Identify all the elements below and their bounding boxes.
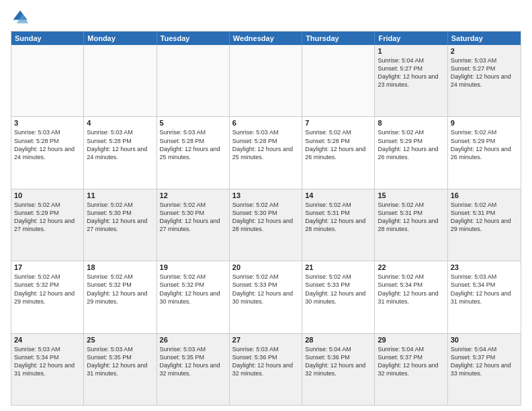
page: SundayMondayTuesdayWednesdayThursdayFrid… bbox=[0, 0, 532, 411]
calendar-cell: 22 Sunrise: 5:02 AMSunset: 5:34 PMDaylig… bbox=[375, 261, 447, 332]
calendar-cell: 5 Sunrise: 5:03 AMSunset: 5:28 PMDayligh… bbox=[157, 117, 230, 188]
day-number: 4 bbox=[87, 119, 153, 127]
day-info: Sunrise: 5:02 AMSunset: 5:31 PMDaylight:… bbox=[451, 201, 518, 234]
calendar-cell: 25 Sunrise: 5:03 AMSunset: 5:35 PMDaylig… bbox=[84, 334, 157, 405]
calendar-cell: 9 Sunrise: 5:02 AMSunset: 5:29 PMDayligh… bbox=[448, 117, 521, 188]
day-number: 25 bbox=[87, 336, 153, 344]
logo bbox=[11, 8, 32, 27]
calendar-cell bbox=[230, 45, 302, 116]
day-info: Sunrise: 5:03 AMSunset: 5:35 PMDaylight:… bbox=[87, 345, 153, 378]
calendar-cell: 15 Sunrise: 5:02 AMSunset: 5:31 PMDaylig… bbox=[375, 189, 447, 261]
day-number: 7 bbox=[305, 119, 371, 127]
calendar-cell: 13 Sunrise: 5:02 AMSunset: 5:30 PMDaylig… bbox=[230, 189, 302, 261]
calendar-cell bbox=[11, 45, 84, 116]
calendar-cell: 20 Sunrise: 5:02 AMSunset: 5:33 PMDaylig… bbox=[230, 261, 302, 332]
day-info: Sunrise: 5:03 AMSunset: 5:35 PMDaylight:… bbox=[160, 345, 226, 378]
calendar-cell: 6 Sunrise: 5:03 AMSunset: 5:28 PMDayligh… bbox=[230, 117, 302, 188]
calendar-cell: 21 Sunrise: 5:02 AMSunset: 5:33 PMDaylig… bbox=[302, 261, 375, 332]
day-info: Sunrise: 5:04 AMSunset: 5:37 PMDaylight:… bbox=[378, 345, 444, 378]
day-info: Sunrise: 5:04 AMSunset: 5:37 PMDaylight:… bbox=[451, 345, 518, 378]
day-info: Sunrise: 5:04 AMSunset: 5:36 PMDaylight:… bbox=[305, 345, 371, 378]
weekday-header: Thursday bbox=[302, 32, 375, 45]
day-number: 12 bbox=[160, 191, 226, 199]
day-info: Sunrise: 5:02 AMSunset: 5:29 PMDaylight:… bbox=[451, 128, 518, 161]
day-number: 14 bbox=[305, 191, 371, 199]
day-info: Sunrise: 5:03 AMSunset: 5:34 PMDaylight:… bbox=[14, 345, 81, 378]
day-info: Sunrise: 5:02 AMSunset: 5:32 PMDaylight:… bbox=[14, 273, 81, 306]
day-number: 6 bbox=[232, 119, 299, 127]
day-info: Sunrise: 5:02 AMSunset: 5:30 PMDaylight:… bbox=[232, 201, 299, 234]
calendar-row: 17 Sunrise: 5:02 AMSunset: 5:32 PMDaylig… bbox=[11, 261, 521, 332]
day-number: 28 bbox=[305, 336, 371, 344]
calendar-cell bbox=[302, 45, 375, 116]
calendar-cell: 27 Sunrise: 5:03 AMSunset: 5:36 PMDaylig… bbox=[230, 334, 302, 405]
day-number: 10 bbox=[14, 191, 81, 199]
day-info: Sunrise: 5:02 AMSunset: 5:29 PMDaylight:… bbox=[14, 201, 81, 234]
day-number: 27 bbox=[232, 336, 299, 344]
calendar-header: SundayMondayTuesdayWednesdayThursdayFrid… bbox=[11, 32, 521, 45]
day-info: Sunrise: 5:02 AMSunset: 5:29 PMDaylight:… bbox=[378, 128, 444, 161]
calendar-cell: 12 Sunrise: 5:02 AMSunset: 5:30 PMDaylig… bbox=[157, 189, 230, 261]
calendar-cell: 4 Sunrise: 5:03 AMSunset: 5:28 PMDayligh… bbox=[84, 117, 157, 188]
logo-icon bbox=[11, 8, 30, 27]
calendar-cell: 17 Sunrise: 5:02 AMSunset: 5:32 PMDaylig… bbox=[11, 261, 84, 332]
day-number: 18 bbox=[87, 263, 153, 271]
day-number: 13 bbox=[232, 191, 299, 199]
day-info: Sunrise: 5:02 AMSunset: 5:31 PMDaylight:… bbox=[378, 201, 444, 234]
day-info: Sunrise: 5:04 AMSunset: 5:27 PMDaylight:… bbox=[378, 56, 444, 89]
calendar-cell: 24 Sunrise: 5:03 AMSunset: 5:34 PMDaylig… bbox=[11, 334, 84, 405]
calendar-row: 24 Sunrise: 5:03 AMSunset: 5:34 PMDaylig… bbox=[11, 333, 521, 405]
calendar-cell bbox=[157, 45, 230, 116]
calendar-cell: 7 Sunrise: 5:02 AMSunset: 5:28 PMDayligh… bbox=[302, 117, 375, 188]
calendar-cell: 16 Sunrise: 5:02 AMSunset: 5:31 PMDaylig… bbox=[448, 189, 521, 261]
day-number: 16 bbox=[451, 191, 518, 199]
day-info: Sunrise: 5:03 AMSunset: 5:27 PMDaylight:… bbox=[451, 56, 518, 89]
day-info: Sunrise: 5:03 AMSunset: 5:34 PMDaylight:… bbox=[451, 273, 518, 306]
day-number: 5 bbox=[160, 119, 226, 127]
day-number: 21 bbox=[305, 263, 371, 271]
day-info: Sunrise: 5:02 AMSunset: 5:33 PMDaylight:… bbox=[232, 273, 299, 306]
day-number: 17 bbox=[14, 263, 81, 271]
day-info: Sunrise: 5:03 AMSunset: 5:28 PMDaylight:… bbox=[14, 128, 81, 161]
calendar-cell: 18 Sunrise: 5:02 AMSunset: 5:32 PMDaylig… bbox=[84, 261, 157, 332]
day-info: Sunrise: 5:03 AMSunset: 5:28 PMDaylight:… bbox=[160, 128, 226, 161]
calendar-row: 10 Sunrise: 5:02 AMSunset: 5:29 PMDaylig… bbox=[11, 189, 521, 261]
day-info: Sunrise: 5:03 AMSunset: 5:36 PMDaylight:… bbox=[232, 345, 299, 378]
day-info: Sunrise: 5:02 AMSunset: 5:28 PMDaylight:… bbox=[305, 128, 371, 161]
day-info: Sunrise: 5:02 AMSunset: 5:31 PMDaylight:… bbox=[305, 201, 371, 234]
day-info: Sunrise: 5:02 AMSunset: 5:30 PMDaylight:… bbox=[160, 201, 226, 234]
day-number: 22 bbox=[378, 263, 444, 271]
calendar-body: 1 Sunrise: 5:04 AMSunset: 5:27 PMDayligh… bbox=[11, 45, 521, 405]
day-info: Sunrise: 5:02 AMSunset: 5:30 PMDaylight:… bbox=[87, 201, 153, 234]
day-number: 1 bbox=[378, 47, 444, 55]
day-number: 11 bbox=[87, 191, 153, 199]
day-number: 2 bbox=[451, 47, 518, 55]
day-number: 30 bbox=[451, 336, 518, 344]
day-number: 9 bbox=[451, 119, 518, 127]
calendar-cell: 1 Sunrise: 5:04 AMSunset: 5:27 PMDayligh… bbox=[375, 45, 447, 116]
weekday-header: Wednesday bbox=[230, 32, 302, 45]
calendar-cell: 8 Sunrise: 5:02 AMSunset: 5:29 PMDayligh… bbox=[375, 117, 447, 188]
header bbox=[11, 8, 521, 27]
day-number: 26 bbox=[160, 336, 226, 344]
day-number: 15 bbox=[378, 191, 444, 199]
day-info: Sunrise: 5:03 AMSunset: 5:28 PMDaylight:… bbox=[87, 128, 153, 161]
calendar-cell bbox=[84, 45, 157, 116]
calendar-cell: 28 Sunrise: 5:04 AMSunset: 5:36 PMDaylig… bbox=[302, 334, 375, 405]
weekday-header: Tuesday bbox=[157, 32, 230, 45]
calendar-cell: 29 Sunrise: 5:04 AMSunset: 5:37 PMDaylig… bbox=[375, 334, 447, 405]
calendar-row: 3 Sunrise: 5:03 AMSunset: 5:28 PMDayligh… bbox=[11, 116, 521, 188]
day-number: 24 bbox=[14, 336, 81, 344]
calendar-cell: 11 Sunrise: 5:02 AMSunset: 5:30 PMDaylig… bbox=[84, 189, 157, 261]
day-info: Sunrise: 5:02 AMSunset: 5:33 PMDaylight:… bbox=[305, 273, 371, 306]
day-info: Sunrise: 5:02 AMSunset: 5:32 PMDaylight:… bbox=[160, 273, 226, 306]
calendar-cell: 30 Sunrise: 5:04 AMSunset: 5:37 PMDaylig… bbox=[448, 334, 521, 405]
weekday-header: Friday bbox=[375, 32, 447, 45]
day-number: 29 bbox=[378, 336, 444, 344]
weekday-header: Sunday bbox=[11, 32, 84, 45]
calendar-cell: 23 Sunrise: 5:03 AMSunset: 5:34 PMDaylig… bbox=[448, 261, 521, 332]
day-number: 3 bbox=[14, 119, 81, 127]
day-info: Sunrise: 5:02 AMSunset: 5:34 PMDaylight:… bbox=[378, 273, 444, 306]
calendar-cell: 26 Sunrise: 5:03 AMSunset: 5:35 PMDaylig… bbox=[157, 334, 230, 405]
calendar-cell: 19 Sunrise: 5:02 AMSunset: 5:32 PMDaylig… bbox=[157, 261, 230, 332]
